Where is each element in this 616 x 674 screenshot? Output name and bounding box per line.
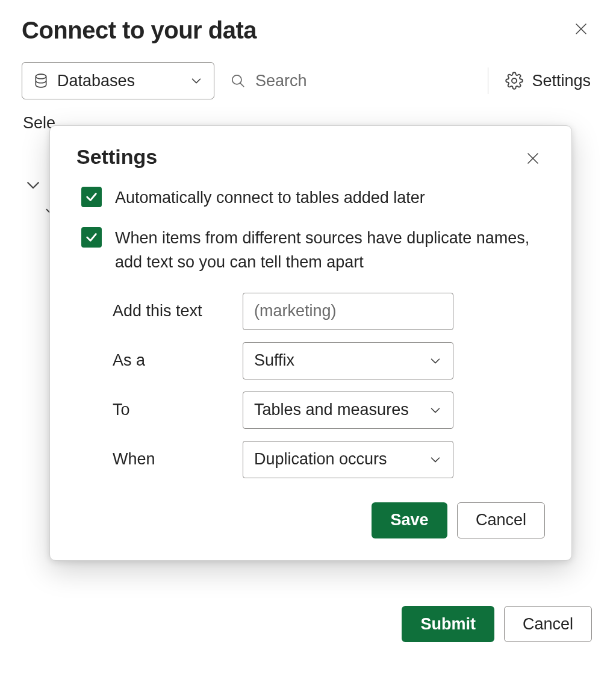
as-a-label: As a <box>113 351 243 370</box>
when-value: Duplication occurs <box>254 450 387 469</box>
search-input[interactable] <box>254 71 387 91</box>
gear-icon <box>505 72 523 90</box>
svg-point-2 <box>36 74 46 79</box>
page-title: Connect to your data <box>22 17 594 44</box>
chevron-down-icon[interactable] <box>24 176 42 194</box>
add-text-input[interactable]: (marketing) <box>243 293 453 330</box>
settings-dialog: Settings Automatically connect to tables… <box>49 125 572 561</box>
settings-button[interactable]: Settings <box>502 69 594 93</box>
check-icon <box>85 231 98 244</box>
settings-button-label: Settings <box>532 72 591 90</box>
auto-connect-checkbox[interactable] <box>81 187 102 207</box>
as-a-dropdown[interactable]: Suffix <box>243 342 453 379</box>
dedup-label: When items from different sources have d… <box>115 226 545 275</box>
close-icon[interactable] <box>574 22 591 39</box>
auto-connect-label: Automatically connect to tables added la… <box>115 186 425 210</box>
to-label: To <box>113 401 243 419</box>
close-icon[interactable] <box>526 151 541 167</box>
search-icon <box>230 73 246 89</box>
as-a-value: Suffix <box>254 351 294 370</box>
divider <box>488 67 488 94</box>
when-dropdown[interactable]: Duplication occurs <box>243 441 453 478</box>
svg-point-5 <box>512 78 517 83</box>
to-dropdown[interactable]: Tables and measures <box>243 392 453 429</box>
add-text-value: (marketing) <box>254 302 337 320</box>
database-icon <box>33 73 49 89</box>
source-type-dropdown[interactable]: Databases <box>22 62 214 99</box>
submit-button[interactable]: Submit <box>402 606 494 642</box>
chevron-down-icon <box>429 404 442 417</box>
source-type-label: Databases <box>57 72 135 90</box>
chevron-down-icon <box>429 354 442 367</box>
add-text-label: Add this text <box>113 302 243 320</box>
dedup-checkbox[interactable] <box>81 227 102 248</box>
save-button[interactable]: Save <box>372 502 447 538</box>
svg-line-4 <box>240 83 244 87</box>
dialog-title: Settings <box>76 145 545 169</box>
check-icon <box>85 190 98 204</box>
cancel-button[interactable]: Cancel <box>457 502 545 538</box>
to-value: Tables and measures <box>254 401 409 419</box>
when-label: When <box>113 450 243 469</box>
chevron-down-icon <box>429 453 442 466</box>
chevron-down-icon <box>190 74 203 87</box>
cancel-button[interactable]: Cancel <box>504 606 592 642</box>
